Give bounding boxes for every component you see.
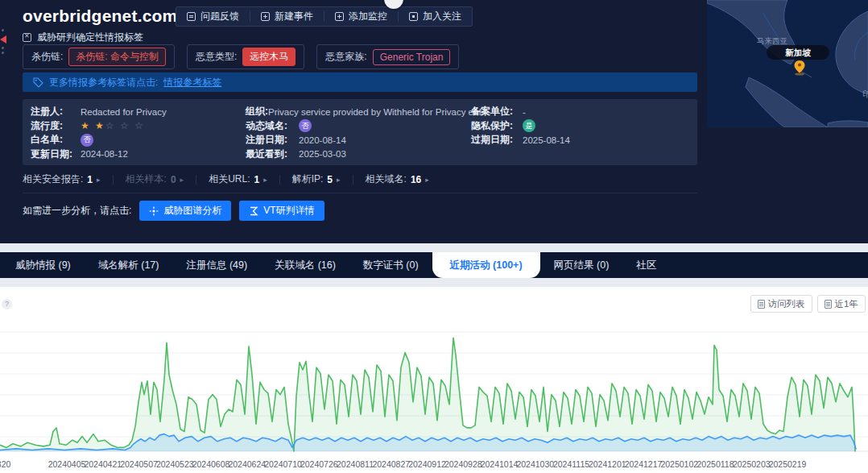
geo-map[interactable]: 马来西亚 新加坡 印 <box>707 0 868 127</box>
domain-overview-section: overbridgenet.com ? 问题反馈 新建事件 添加监控 加入关 <box>0 0 868 243</box>
visit-list-button[interactable]: 访问列表 <box>750 295 812 313</box>
left-arrow-icon <box>0 35 6 44</box>
threat-graph-button[interactable]: 威胁图谱分析 <box>139 201 231 221</box>
sigma-icon <box>249 206 258 216</box>
tab-dns-resolution[interactable]: 域名解析 (17) <box>85 252 173 278</box>
tab-community[interactable]: 社区 <box>622 252 670 278</box>
tag-icon <box>33 77 43 88</box>
follow-button[interactable]: 加入关注 <box>399 7 472 26</box>
tab-certificates[interactable]: 数字证书 (0) <box>349 252 432 278</box>
x-axis-label: 20250102 <box>660 459 698 469</box>
x-axis-label: 20241030 <box>516 459 554 469</box>
page-title: overbridgenet.com <box>23 6 177 26</box>
x-axis-label: 20250203 <box>733 459 771 469</box>
recent-activity-card: ? 访问列表 近1年 20240320202404052024042120240… <box>0 287 868 473</box>
tab-threat-intel[interactable]: 威胁情报 (9) <box>2 252 85 278</box>
follow-icon <box>409 12 418 21</box>
feedback-button[interactable]: 问题反馈 <box>176 7 250 26</box>
tab-registration-info[interactable]: 注册信息 (49) <box>172 252 261 278</box>
tags-section-title: 威胁研判确定性情报标签 <box>23 31 143 44</box>
x-axis-label: 20240608 <box>192 459 230 469</box>
divider <box>279 175 280 185</box>
x-axis-label: 20240710 <box>264 459 302 469</box>
add-monitor-button[interactable]: 添加监控 <box>324 7 398 26</box>
related-reports-link[interactable]: 相关安全报告: 1 ▸ <box>23 172 101 186</box>
related-links-row: 相关安全报告: 1 ▸ 相关样本: 0 ▸ 相关URL: 1 ▸ 解析IP: 5… <box>23 172 429 186</box>
chevron-right-icon: ▸ <box>425 176 429 184</box>
malware-type-tag[interactable]: 远控木马 <box>242 48 296 66</box>
register-date-value: 2020-08-14 <box>299 135 346 145</box>
related-urls-link[interactable]: 相关URL: 1 ▸ <box>209 172 267 186</box>
star-rating-filled: ★ ★ <box>81 120 105 131</box>
more-tags-banner: 更多情报参考标签请点击: 情报参考标签 <box>23 73 697 92</box>
star-rating-empty: ☆ ☆ ☆ <box>105 120 145 131</box>
detail-tab-bar: 威胁情报 (9) 域名解析 (17) 注册信息 (49) 关联域名 (16) 数… <box>0 252 868 278</box>
tab-web-results[interactable]: 网页结果 (0) <box>540 252 623 278</box>
killchain-tag-group: 杀伤链: 杀伤链: 命令与控制 <box>23 44 175 69</box>
x-axis-label: 20240827 <box>372 459 410 469</box>
threat-tag-groups: 杀伤链: 杀伤链: 命令与控制 恶意类型: 远控木马 恶意家族: Generic… <box>23 44 459 69</box>
x-axis-label: 20250219 <box>769 459 807 469</box>
vt-detail-button[interactable]: VT研判详情 <box>239 201 324 221</box>
expire-date-value: 2025-08-14 <box>523 135 570 145</box>
registrant-value: Redacted for Privacy <box>81 107 167 117</box>
x-axis-label: 20241115 <box>553 459 589 469</box>
threat-intel-page: overbridgenet.com ? 问题反馈 新建事件 添加监控 加入关 <box>0 0 868 473</box>
x-axis-label: 20240624 <box>228 459 266 469</box>
x-axis-label: 20250118 <box>697 459 734 469</box>
x-axis-label: 20241201 <box>589 459 626 469</box>
org-value: Privacy service provided by Withheld for… <box>268 107 482 117</box>
graph-icon <box>149 206 159 216</box>
x-axis-label: 20241217 <box>625 459 663 469</box>
reference-tags-link[interactable]: 情报参考标签 <box>163 76 221 89</box>
tab-recent-activity[interactable]: 近期活动 (100+) <box>432 252 540 278</box>
header-action-bar: 问题反馈 新建事件 添加监控 加入关注 <box>176 6 473 27</box>
divider <box>353 175 353 185</box>
resolved-ips-link[interactable]: 解析IP: 5 ▸ <box>292 172 341 186</box>
malware-family-tag-group: 恶意家族: Generic Trojan <box>316 44 459 69</box>
x-axis-label: 20240726 <box>300 459 338 469</box>
map-tooltip-label: 新加坡 <box>784 48 811 57</box>
icp-value: - <box>523 107 526 117</box>
related-samples-link[interactable]: 相关样本: 0 ▸ <box>126 172 184 186</box>
whitelist-badge: 否 <box>81 134 93 147</box>
x-axis-label: 20240320 <box>0 459 10 469</box>
analysis-row: 如需进一步分析，请点击: 威胁图谱分析 VT研判详情 <box>23 201 324 221</box>
malware-family-tag[interactable]: Generic Trojan <box>373 49 451 65</box>
chart-help-icon[interactable]: ? <box>2 299 12 309</box>
x-axis-labels: 2024032020240405202404212024050720240523… <box>0 459 868 471</box>
chevron-right-icon: ▸ <box>97 176 101 184</box>
x-axis-label: 20240811 <box>337 459 374 469</box>
document-icon <box>825 300 832 309</box>
last-year-button[interactable]: 近1年 <box>817 295 866 313</box>
update-date-value: 2024-08-12 <box>81 149 128 159</box>
new-event-button[interactable]: 新建事件 <box>250 7 324 26</box>
map-land-java <box>828 121 868 127</box>
chevron-right-icon: ▸ <box>263 176 267 184</box>
malware-type-tag-group: 恶意类型: 远控木马 <box>187 44 304 69</box>
x-axis-label: 20241014 <box>481 459 519 469</box>
x-axis-label: 20240421 <box>84 459 122 469</box>
new-event-icon <box>261 12 270 21</box>
edge-carousel-control[interactable] <box>0 27 8 56</box>
chart-toolbar: 访问列表 近1年 <box>750 295 866 313</box>
analysis-prompt: 如需进一步分析，请点击: <box>23 204 131 218</box>
x-axis-label: 20240912 <box>408 459 446 469</box>
map-partial-label: 印 <box>862 89 868 98</box>
x-axis-label: 20240507 <box>120 459 158 469</box>
map-country-label: 马来西亚 <box>757 36 788 45</box>
chevron-right-icon: ▸ <box>180 176 184 184</box>
dynamic-domain-badge: 否 <box>299 119 312 132</box>
divider <box>23 193 697 193</box>
x-axis-label: 20240405 <box>48 459 86 469</box>
lastseen-date-value: 2025-03-03 <box>299 149 346 159</box>
tab-associated-domains[interactable]: 关联域名 (16) <box>261 252 349 278</box>
feedback-icon <box>187 12 196 21</box>
divider <box>196 175 196 185</box>
activity-chart[interactable] <box>0 324 868 456</box>
killchain-tag[interactable]: 杀伤链: 命令与控制 <box>68 48 166 66</box>
document-icon <box>758 300 765 309</box>
x-axis-label: 20240523 <box>156 459 194 469</box>
related-domains-link[interactable]: 相关域名: 16 ▸ <box>366 172 429 186</box>
chevron-right-icon: ▸ <box>337 176 341 184</box>
